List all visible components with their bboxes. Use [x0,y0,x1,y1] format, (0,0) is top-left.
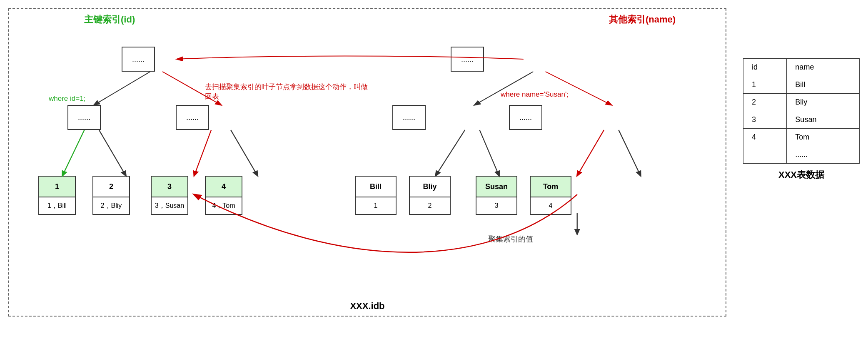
table-container: id name 1 Bill 2 Bliy 3 Susan 4 [743,58,860,181]
row3-id: 3 [743,111,787,129]
secondary-leaf-susan-bottom: 3 [476,197,516,214]
main-box-label: XXX.idb [26,301,709,312]
svg-line-9 [479,130,499,176]
table-row: 1 Bill [743,76,860,94]
secondary-leaf-susan-top: Susan [476,177,516,197]
trees-wrapper: ...... ...... ...... 1 1，Bill 2 2，Bliy [26,22,709,297]
primary-mid-right-node: ...... [176,105,209,130]
primary-leaf-2-top: 2 [93,177,129,197]
primary-leaf-1: 1 1，Bill [38,176,76,215]
secondary-leaf-bliy: Bliy 2 [409,176,451,215]
secondary-mid-right-node: ...... [509,105,542,130]
table-row: 3 Susan [743,111,860,129]
annotation-huibiao: 去扫描聚集索引的叶子节点拿到数据这个动作，叫做回表 [205,82,372,101]
secondary-leaf-susan: Susan 3 [476,176,517,215]
primary-root-node: ...... [122,47,155,72]
secondary-leaf-bill-top: Bill [356,177,396,197]
secondary-leaf-bliy-bottom: 2 [410,197,450,214]
primary-mid-left-node: ...... [67,105,101,130]
svg-line-3 [99,130,126,176]
svg-line-7 [546,72,611,105]
svg-line-8 [436,130,465,176]
table-row: 2 Bliy [743,94,860,111]
table-label: XXX表数据 [778,169,824,181]
svg-line-11 [619,130,641,176]
annotation-where-name: where name='Susan'; [501,90,569,99]
svg-line-2 [62,130,85,176]
secondary-leaf-bill-bottom: 1 [356,197,396,214]
primary-leaf-1-bottom: 1，Bill [39,197,75,214]
row2-name: Bliy [787,94,860,111]
primary-leaf-1-top: 1 [39,177,75,197]
secondary-leaf-tom-bottom: 4 [531,197,571,214]
secondary-mid-left-node: ...... [392,105,426,130]
primary-leaf-3: 3 3，Susan [151,176,188,215]
row1-name: Bill [787,76,860,94]
row4-id: 4 [743,129,787,146]
table-row: 4 Tom [743,129,860,146]
primary-leaf-3-top: 3 [152,177,187,197]
secondary-leaf-bill: Bill 1 [355,176,397,215]
svg-line-0 [94,72,150,105]
secondary-leaf-bliy-top: Bliy [410,177,450,197]
col-header-name: name [787,59,860,76]
svg-line-4 [194,130,211,176]
primary-leaf-3-bottom: 3，Susan [152,197,187,214]
svg-line-5 [231,130,257,176]
primary-leaf-2-bottom: 2，Bliy [93,197,129,214]
svg-line-10 [577,130,604,176]
primary-leaf-2: 2 2，Bliy [92,176,130,215]
row2-id: 2 [743,94,787,111]
primary-leaf-4-top: 4 [206,177,242,197]
svg-line-6 [475,72,534,105]
primary-leaf-4-bottom: 4，Tom [206,197,242,214]
row5-id [743,146,787,164]
annotation-where-id: where id=1; [49,95,85,103]
row3-name: Susan [787,111,860,129]
row4-name: Tom [787,129,860,146]
jihe-label: 聚集索引的值 [488,234,533,244]
main-box: 主键索引(id) 其他索引(name) ...... ...... ......… [8,8,726,317]
primary-leaf-4: 4 4，Tom [205,176,242,215]
table-row: ...... [743,146,860,164]
secondary-leaf-tom: Tom 4 [530,176,571,215]
secondary-leaf-tom-top: Tom [531,177,571,197]
row1-id: 1 [743,76,787,94]
col-header-id: id [743,59,787,76]
secondary-root-node: ...... [451,47,484,72]
page-container: 主键索引(id) 其他索引(name) ...... ...... ......… [8,8,860,336]
row5-name: ...... [787,146,860,164]
data-table: id name 1 Bill 2 Bliy 3 Susan 4 [743,58,860,164]
